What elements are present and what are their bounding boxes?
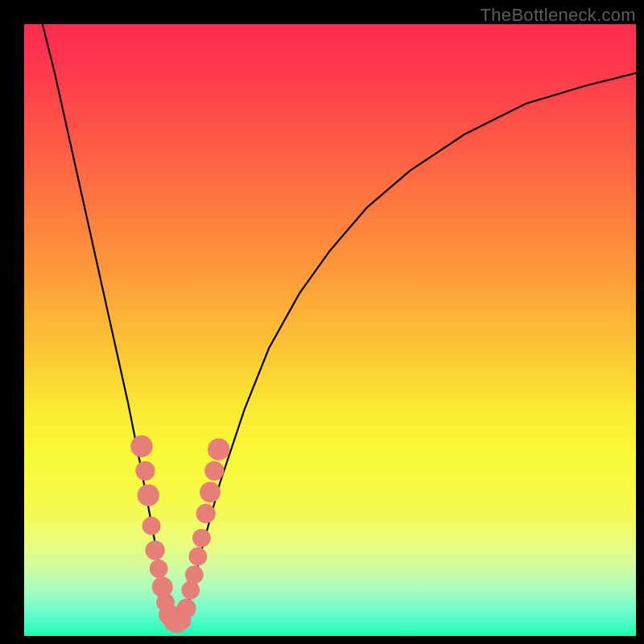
curve-layer <box>24 24 636 636</box>
curve-marker <box>199 507 213 521</box>
curve-marker <box>192 551 204 563</box>
curve-marker <box>188 568 200 580</box>
curve-marker <box>180 601 193 615</box>
curve-marker <box>148 543 162 557</box>
curve-marker <box>153 563 165 575</box>
curve-marker <box>134 439 150 455</box>
watermark-text: TheBottleneck.com <box>481 5 636 26</box>
curve-marker <box>211 441 227 457</box>
curve-marker <box>203 485 217 499</box>
bottleneck-curve <box>43 24 636 624</box>
curve-marker <box>208 464 221 477</box>
chart-frame: TheBottleneck.com <box>0 0 644 644</box>
curve-marker <box>145 520 157 532</box>
curve-marker <box>140 487 156 503</box>
curve-marker <box>155 580 170 594</box>
curve-marker <box>196 532 208 544</box>
curve-marker <box>184 584 196 596</box>
marker-group <box>134 439 227 630</box>
curve-marker <box>138 464 152 477</box>
